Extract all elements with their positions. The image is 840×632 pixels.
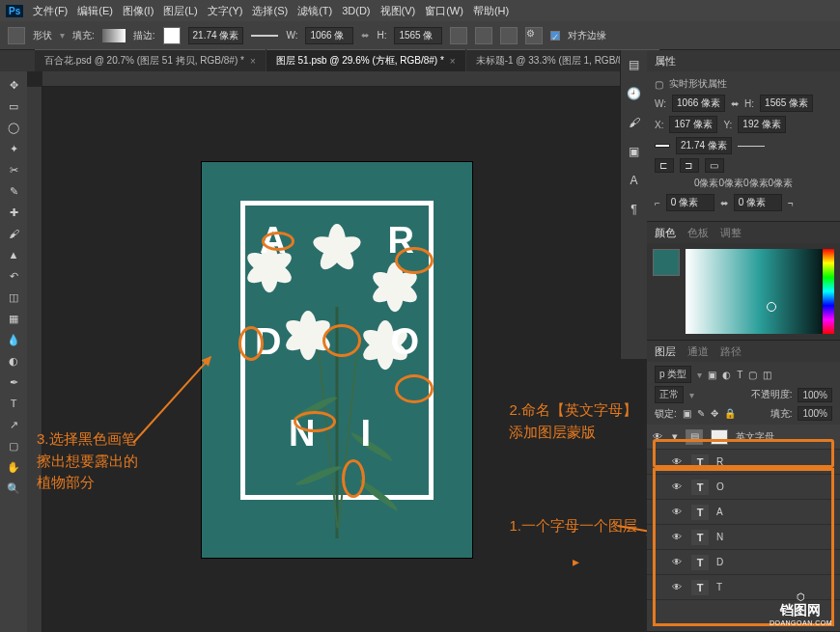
adjustments-tab[interactable]: 调整 (720, 226, 742, 240)
menu-3d[interactable]: 3D(D) (342, 5, 370, 16)
layer-group[interactable]: 👁 ▾ ▤ 英文字母 (647, 425, 840, 450)
menu-view[interactable]: 视图(V) (380, 4, 416, 18)
cap-icon[interactable]: ⊏ (655, 158, 674, 173)
path-ops-icon[interactable] (450, 27, 467, 44)
gradient-tool[interactable]: ▦ (2, 309, 25, 328)
width-field[interactable]: 1066 像 (305, 27, 353, 44)
fill-field[interactable]: 100% (798, 406, 832, 421)
wand-tool[interactable]: ✦ (2, 139, 25, 158)
shape-mode-label[interactable]: 形状 (33, 29, 52, 42)
visibility-icon[interactable]: 👁 (653, 431, 664, 442)
panel-icon[interactable]: ▤ (629, 58, 639, 71)
color-picker[interactable] (686, 249, 834, 334)
canvas[interactable]: A R D O N I 3.选择黑色画笔 擦出想要露出的 植物部分 2.命名【英… (27, 71, 647, 632)
history-icon[interactable]: 🕘 (627, 87, 641, 100)
menu-image[interactable]: 图像(I) (123, 4, 154, 18)
prop-w-field[interactable]: 1066 像素 (672, 95, 725, 112)
stroke-swatch[interactable] (163, 27, 181, 44)
tool-preset-icon[interactable] (8, 27, 25, 44)
lock-icon[interactable]: ✎ (697, 408, 705, 419)
link-icon[interactable]: ⬌ (731, 98, 739, 109)
layer-name[interactable]: N (716, 532, 723, 542)
menu-window[interactable]: 窗口(W) (425, 4, 463, 18)
layer-name[interactable]: A (716, 507, 723, 517)
zoom-tool[interactable]: 🔍 (2, 479, 25, 498)
visibility-icon[interactable]: 👁 (672, 507, 684, 517)
paths-tab[interactable]: 路径 (720, 344, 742, 359)
menu-help[interactable]: 帮助(H) (473, 4, 509, 18)
lock-icon[interactable]: 🔒 (724, 408, 736, 419)
ruler-vertical[interactable] (27, 87, 42, 632)
filter-icon[interactable]: ◐ (722, 370, 731, 380)
arrange-icon[interactable] (500, 27, 518, 44)
ruler-horizontal[interactable] (42, 71, 647, 87)
prop-stroke-field[interactable]: 21.74 像素 (676, 137, 732, 154)
opacity-field[interactable]: 100% (798, 388, 832, 402)
pen-tool[interactable]: ✒ (2, 372, 25, 392)
layer-row[interactable]: 👁TD (647, 550, 840, 575)
layer-name[interactable]: D (716, 557, 723, 567)
stroke-color-swatch[interactable] (655, 144, 670, 148)
layer-row[interactable]: 👁TN (647, 525, 840, 550)
visibility-icon[interactable]: 👁 (672, 557, 684, 567)
marquee-tool[interactable]: ▭ (2, 96, 25, 116)
brush-tool[interactable]: 🖌 (2, 224, 25, 243)
path-tool[interactable]: ↗ (2, 415, 25, 434)
chevron-down-icon[interactable]: ▾ (672, 430, 678, 443)
gear-icon[interactable]: ⚙ (525, 27, 543, 44)
layer-name[interactable]: O (716, 481, 724, 492)
visibility-icon[interactable]: 👁 (672, 456, 684, 467)
eraser-tool[interactable]: ◫ (2, 288, 25, 307)
align-stroke-icon[interactable]: ▭ (705, 158, 724, 173)
layer-row[interactable]: 👁TO (647, 475, 840, 500)
align-icon[interactable] (475, 27, 492, 44)
channels-tab[interactable]: 通道 (687, 344, 709, 359)
layer-row[interactable]: 👁TA (647, 500, 840, 525)
close-icon[interactable]: × (450, 56, 456, 67)
eyedropper-tool[interactable]: ✎ (2, 181, 25, 201)
lock-icon[interactable]: ▣ (683, 408, 691, 419)
document-tab[interactable]: 百合花.psd @ 20.7% (图层 51 拷贝, RGB/8#) *× (35, 49, 266, 71)
layer-name[interactable]: T (716, 582, 722, 592)
menu-filter[interactable]: 滤镜(T) (297, 4, 332, 18)
menu-select[interactable]: 选择(S) (252, 4, 288, 18)
blur-tool[interactable]: 💧 (2, 330, 25, 349)
blend-mode-select[interactable]: 正常 (655, 386, 684, 403)
properties-tab[interactable]: 属性 (655, 54, 676, 69)
layer-name[interactable]: R (716, 456, 723, 467)
layers-tab[interactable]: 图层 (655, 344, 676, 359)
height-field[interactable]: 1565 像 (394, 27, 442, 44)
link-wh-icon[interactable]: ⬌ (361, 30, 369, 41)
menu-file[interactable]: 文件(F) (33, 4, 68, 18)
move-tool[interactable]: ✥ (2, 75, 25, 95)
crop-tool[interactable]: ✂ (2, 160, 25, 179)
filter-icon[interactable]: ▣ (708, 370, 716, 380)
lasso-tool[interactable]: ◯ (2, 118, 25, 137)
clone-panel-icon[interactable]: ▣ (629, 145, 639, 158)
corner-field[interactable]: 0 像素 (666, 194, 714, 211)
stroke-style-icon[interactable] (251, 35, 278, 37)
visibility-icon[interactable]: 👁 (672, 481, 684, 492)
para-panel-icon[interactable]: ¶ (630, 203, 636, 216)
filter-icon[interactable]: ◫ (763, 370, 771, 380)
color-tab[interactable]: 颜色 (655, 226, 676, 240)
visibility-icon[interactable]: 👁 (672, 582, 684, 592)
join-icon[interactable]: ⊐ (680, 158, 699, 173)
swatches-tab[interactable]: 色板 (687, 226, 709, 240)
close-icon[interactable]: × (250, 56, 256, 67)
visibility-icon[interactable]: 👁 (672, 532, 684, 542)
heal-tool[interactable]: ✚ (2, 203, 25, 222)
foreground-color[interactable] (653, 249, 680, 276)
document-tab[interactable]: 图层 51.psb @ 29.6% (方框, RGB/8#) *× (266, 49, 465, 71)
mask-thumb[interactable] (711, 429, 728, 445)
link-icon[interactable]: ⬌ (720, 198, 728, 208)
menu-type[interactable]: 文字(Y) (208, 4, 243, 18)
hand-tool[interactable]: ✋ (2, 457, 25, 477)
filter-icon[interactable]: ▢ (748, 370, 757, 380)
dodge-tool[interactable]: ◐ (2, 351, 25, 371)
stroke-style-icon[interactable] (738, 146, 765, 147)
filter-type-select[interactable]: p 类型 (655, 366, 691, 383)
type-tool[interactable]: T (2, 394, 25, 413)
align-edges-checkbox[interactable]: ✓ (550, 31, 560, 41)
prop-h-field[interactable]: 1565 像素 (760, 95, 813, 112)
